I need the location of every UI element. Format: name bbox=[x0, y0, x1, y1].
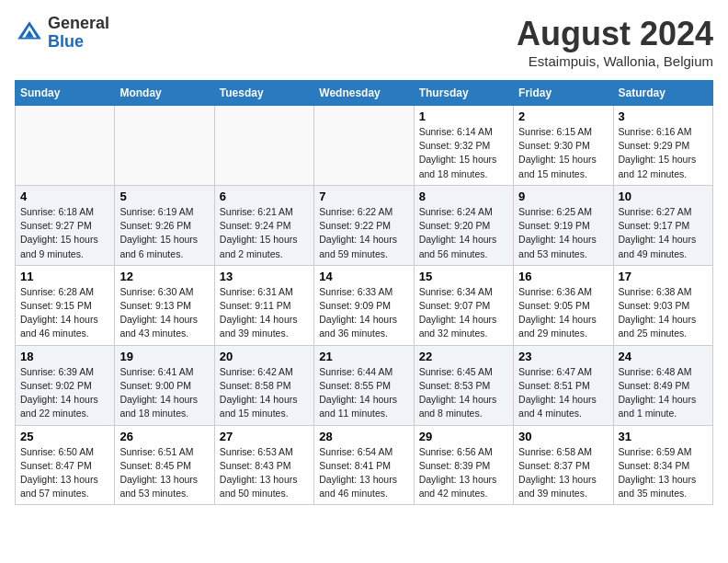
day-info: Sunrise: 6:54 AM Sunset: 8:41 PM Dayligh… bbox=[319, 445, 408, 501]
title-block: August 2024 Estaimpuis, Wallonia, Belgiu… bbox=[517, 15, 713, 69]
calendar-cell: 19Sunrise: 6:41 AM Sunset: 9:00 PM Dayli… bbox=[115, 345, 214, 425]
calendar-cell: 15Sunrise: 6:34 AM Sunset: 9:07 PM Dayli… bbox=[414, 265, 513, 345]
logo-icon bbox=[15, 18, 44, 48]
calendar-cell: 24Sunrise: 6:48 AM Sunset: 8:49 PM Dayli… bbox=[613, 345, 712, 425]
day-number: 27 bbox=[220, 430, 309, 443]
day-number: 17 bbox=[619, 270, 708, 283]
calendar-cell: 2Sunrise: 6:15 AM Sunset: 9:30 PM Daylig… bbox=[514, 106, 613, 186]
day-info: Sunrise: 6:42 AM Sunset: 8:58 PM Dayligh… bbox=[220, 365, 309, 421]
calendar-cell: 23Sunrise: 6:47 AM Sunset: 8:51 PM Dayli… bbox=[514, 345, 613, 425]
day-number: 21 bbox=[319, 350, 408, 363]
day-number: 14 bbox=[319, 270, 408, 283]
day-number: 3 bbox=[619, 109, 708, 123]
calendar-cell: 17Sunrise: 6:38 AM Sunset: 9:03 PM Dayli… bbox=[613, 265, 712, 345]
day-info: Sunrise: 6:53 AM Sunset: 8:43 PM Dayligh… bbox=[220, 445, 309, 501]
calendar-cell: 5Sunrise: 6:19 AM Sunset: 9:26 PM Daylig… bbox=[115, 185, 214, 265]
day-number: 29 bbox=[419, 430, 508, 443]
day-number: 8 bbox=[419, 190, 508, 203]
day-info: Sunrise: 6:38 AM Sunset: 9:03 PM Dayligh… bbox=[619, 285, 708, 341]
logo-general-text: General bbox=[48, 15, 109, 33]
day-number: 28 bbox=[319, 430, 408, 443]
weekday-header: Thursday bbox=[414, 81, 513, 106]
day-number: 12 bbox=[119, 270, 209, 283]
calendar-cell bbox=[115, 106, 214, 186]
weekday-header: Sunday bbox=[16, 81, 115, 106]
page-header: General Blue August 2024 Estaimpuis, Wal… bbox=[15, 15, 713, 69]
day-number: 22 bbox=[419, 350, 508, 363]
calendar-cell: 3Sunrise: 6:16 AM Sunset: 9:29 PM Daylig… bbox=[613, 106, 712, 186]
weekday-header: Saturday bbox=[613, 81, 712, 106]
weekday-header: Tuesday bbox=[214, 81, 313, 106]
day-number: 2 bbox=[518, 109, 608, 123]
day-number: 5 bbox=[119, 190, 209, 203]
day-info: Sunrise: 6:44 AM Sunset: 8:55 PM Dayligh… bbox=[319, 365, 408, 421]
day-info: Sunrise: 6:51 AM Sunset: 8:45 PM Dayligh… bbox=[119, 445, 209, 501]
calendar-cell: 27Sunrise: 6:53 AM Sunset: 8:43 PM Dayli… bbox=[214, 425, 313, 505]
day-number: 7 bbox=[319, 190, 408, 203]
calendar-week-row: 25Sunrise: 6:50 AM Sunset: 8:47 PM Dayli… bbox=[16, 425, 713, 505]
calendar-cell: 30Sunrise: 6:58 AM Sunset: 8:37 PM Dayli… bbox=[514, 425, 613, 505]
day-number: 20 bbox=[220, 350, 309, 363]
logo-blue-text: Blue bbox=[48, 33, 109, 52]
calendar-cell: 28Sunrise: 6:54 AM Sunset: 8:41 PM Dayli… bbox=[314, 425, 414, 505]
calendar-cell: 14Sunrise: 6:33 AM Sunset: 9:09 PM Dayli… bbox=[314, 265, 414, 345]
day-info: Sunrise: 6:58 AM Sunset: 8:37 PM Dayligh… bbox=[518, 445, 608, 501]
calendar-table: SundayMondayTuesdayWednesdayThursdayFrid… bbox=[15, 80, 713, 505]
day-number: 30 bbox=[518, 430, 608, 443]
day-info: Sunrise: 6:30 AM Sunset: 9:13 PM Dayligh… bbox=[119, 285, 209, 341]
day-number: 13 bbox=[220, 270, 309, 283]
calendar-cell: 13Sunrise: 6:31 AM Sunset: 9:11 PM Dayli… bbox=[214, 265, 313, 345]
day-info: Sunrise: 6:31 AM Sunset: 9:11 PM Dayligh… bbox=[220, 285, 309, 341]
calendar-week-row: 18Sunrise: 6:39 AM Sunset: 9:02 PM Dayli… bbox=[16, 345, 713, 425]
calendar-week-row: 11Sunrise: 6:28 AM Sunset: 9:15 PM Dayli… bbox=[16, 265, 713, 345]
day-info: Sunrise: 6:25 AM Sunset: 9:19 PM Dayligh… bbox=[518, 205, 608, 261]
calendar-cell bbox=[214, 106, 313, 186]
day-number: 9 bbox=[518, 190, 608, 203]
logo: General Blue bbox=[15, 15, 109, 52]
day-info: Sunrise: 6:56 AM Sunset: 8:39 PM Dayligh… bbox=[419, 445, 508, 501]
day-info: Sunrise: 6:18 AM Sunset: 9:27 PM Dayligh… bbox=[20, 205, 109, 261]
day-number: 16 bbox=[518, 270, 608, 283]
day-number: 1 bbox=[419, 109, 508, 123]
calendar-week-row: 1Sunrise: 6:14 AM Sunset: 9:32 PM Daylig… bbox=[16, 106, 713, 186]
calendar-cell: 6Sunrise: 6:21 AM Sunset: 9:24 PM Daylig… bbox=[214, 185, 313, 265]
calendar-cell: 31Sunrise: 6:59 AM Sunset: 8:34 PM Dayli… bbox=[613, 425, 712, 505]
day-number: 4 bbox=[20, 190, 109, 203]
day-number: 18 bbox=[20, 350, 109, 363]
calendar-week-row: 4Sunrise: 6:18 AM Sunset: 9:27 PM Daylig… bbox=[16, 185, 713, 265]
calendar-cell: 21Sunrise: 6:44 AM Sunset: 8:55 PM Dayli… bbox=[314, 345, 414, 425]
calendar-cell: 9Sunrise: 6:25 AM Sunset: 9:19 PM Daylig… bbox=[514, 185, 613, 265]
calendar-cell: 29Sunrise: 6:56 AM Sunset: 8:39 PM Dayli… bbox=[414, 425, 513, 505]
day-info: Sunrise: 6:19 AM Sunset: 9:26 PM Dayligh… bbox=[119, 205, 209, 261]
weekday-header: Monday bbox=[115, 81, 214, 106]
calendar-cell: 1Sunrise: 6:14 AM Sunset: 9:32 PM Daylig… bbox=[414, 106, 513, 186]
day-info: Sunrise: 6:24 AM Sunset: 9:20 PM Dayligh… bbox=[419, 205, 508, 261]
day-info: Sunrise: 6:27 AM Sunset: 9:17 PM Dayligh… bbox=[619, 205, 708, 261]
location: Estaimpuis, Wallonia, Belgium bbox=[517, 53, 713, 69]
day-info: Sunrise: 6:16 AM Sunset: 9:29 PM Dayligh… bbox=[619, 125, 708, 181]
day-number: 23 bbox=[518, 350, 608, 363]
day-info: Sunrise: 6:59 AM Sunset: 8:34 PM Dayligh… bbox=[619, 445, 708, 501]
day-info: Sunrise: 6:48 AM Sunset: 8:49 PM Dayligh… bbox=[619, 365, 708, 421]
day-number: 24 bbox=[619, 350, 708, 363]
day-info: Sunrise: 6:14 AM Sunset: 9:32 PM Dayligh… bbox=[419, 125, 508, 181]
day-number: 15 bbox=[419, 270, 508, 283]
calendar-cell: 20Sunrise: 6:42 AM Sunset: 8:58 PM Dayli… bbox=[214, 345, 313, 425]
day-number: 19 bbox=[119, 350, 209, 363]
day-number: 11 bbox=[20, 270, 109, 283]
weekday-header: Wednesday bbox=[314, 81, 414, 106]
calendar-cell: 8Sunrise: 6:24 AM Sunset: 9:20 PM Daylig… bbox=[414, 185, 513, 265]
day-info: Sunrise: 6:15 AM Sunset: 9:30 PM Dayligh… bbox=[518, 125, 608, 181]
calendar-cell: 12Sunrise: 6:30 AM Sunset: 9:13 PM Dayli… bbox=[115, 265, 214, 345]
calendar-cell bbox=[314, 106, 414, 186]
calendar-cell: 22Sunrise: 6:45 AM Sunset: 8:53 PM Dayli… bbox=[414, 345, 513, 425]
day-info: Sunrise: 6:50 AM Sunset: 8:47 PM Dayligh… bbox=[20, 445, 109, 501]
calendar-cell: 10Sunrise: 6:27 AM Sunset: 9:17 PM Dayli… bbox=[613, 185, 712, 265]
calendar-cell: 11Sunrise: 6:28 AM Sunset: 9:15 PM Dayli… bbox=[16, 265, 115, 345]
calendar-cell: 25Sunrise: 6:50 AM Sunset: 8:47 PM Dayli… bbox=[16, 425, 115, 505]
day-info: Sunrise: 6:45 AM Sunset: 8:53 PM Dayligh… bbox=[419, 365, 508, 421]
weekday-header: Friday bbox=[514, 81, 613, 106]
calendar-cell: 26Sunrise: 6:51 AM Sunset: 8:45 PM Dayli… bbox=[115, 425, 214, 505]
day-number: 6 bbox=[220, 190, 309, 203]
weekday-header-row: SundayMondayTuesdayWednesdayThursdayFrid… bbox=[16, 81, 713, 106]
